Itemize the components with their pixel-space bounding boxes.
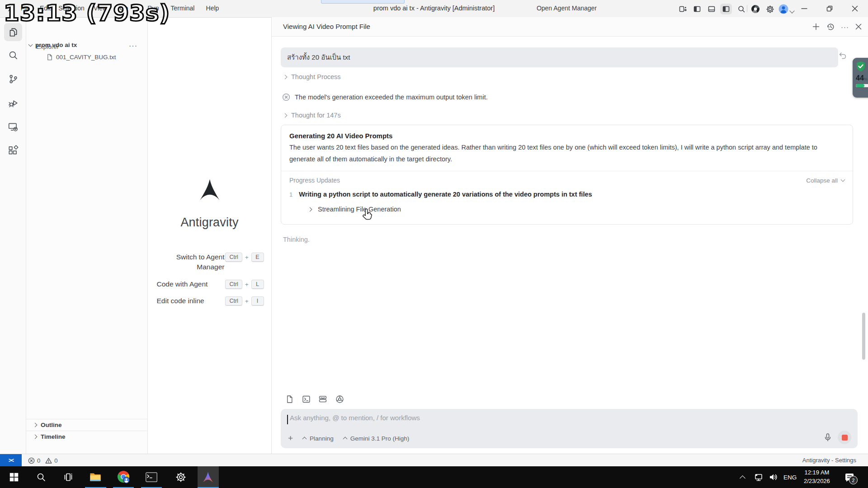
- tree-file-row[interactable]: 001_CAVITY_BUG.txt: [46, 54, 116, 61]
- chat-close-icon[interactable]: [853, 21, 864, 32]
- tree-folder-row[interactable]: prom vdo ai tx: [29, 42, 77, 48]
- error-message-text: The model's generation exceeded the maxi…: [295, 94, 488, 101]
- close-button[interactable]: [844, 0, 865, 17]
- top-center-popup-sliver: [321, 0, 405, 4]
- chevron-up-icon: [740, 475, 745, 481]
- browser-icon[interactable]: [750, 4, 761, 14]
- browser-preview-icon[interactable]: [334, 393, 345, 405]
- taskbar-search-icon[interactable]: [37, 473, 46, 482]
- file-icon: [46, 54, 53, 61]
- stop-generation-button[interactable]: [838, 431, 851, 444]
- outline-section[interactable]: Outline: [26, 419, 147, 431]
- explorer-more-actions-icon[interactable]: ···: [129, 42, 137, 50]
- antigravity-logo: [198, 176, 222, 204]
- add-context-icon[interactable]: +: [288, 433, 293, 443]
- clock-tray[interactable]: 12:19 AM 2/23/2026: [804, 466, 830, 488]
- new-chat-icon[interactable]: [811, 21, 821, 32]
- substep-row[interactable]: Streamlining File Generation: [308, 206, 844, 213]
- minimize-button[interactable]: [794, 0, 815, 17]
- menu-help[interactable]: Help: [206, 5, 219, 12]
- card-divider: [281, 171, 853, 171]
- chat-panel-title: Viewing AI Video Prompt File: [283, 23, 370, 30]
- collapse-all-button[interactable]: Collapse all: [806, 177, 844, 184]
- text-caret: [287, 415, 288, 424]
- thought-process-row[interactable]: Thought Process: [283, 73, 341, 80]
- customize-layout-icon[interactable]: [677, 4, 689, 14]
- chat-input[interactable]: [289, 413, 698, 422]
- toggle-secondary-sidebar-icon[interactable]: [720, 4, 732, 14]
- progress-updates-label: Progress Updates: [289, 177, 340, 184]
- mode-label: Planning: [310, 435, 334, 442]
- search-sidebar-icon[interactable]: [4, 46, 22, 64]
- plus-sign: +: [245, 298, 249, 305]
- account-chevron-down-icon[interactable]: [790, 7, 794, 14]
- chat-more-actions-icon[interactable]: ···: [840, 21, 850, 32]
- model-selector[interactable]: Gemini 3.1 Pro (High): [344, 435, 410, 442]
- language-indicator[interactable]: ENG: [783, 466, 797, 488]
- chat-input-box[interactable]: + Planning Gemini 3.1 Pro (High): [281, 409, 858, 448]
- open-agent-manager-button[interactable]: Open Agent Manager: [537, 5, 597, 12]
- search-icon[interactable]: [736, 4, 747, 14]
- antigravity-taskbar-icon[interactable]: [202, 471, 214, 483]
- command-prompt-icon[interactable]: [146, 472, 157, 482]
- settings-gear-icon[interactable]: [764, 4, 776, 14]
- account-avatar[interactable]: [778, 4, 789, 14]
- antigravity-window: File Edit Selection View Go Run Terminal…: [0, 0, 868, 488]
- shortcut-code-with-agent: Code with Agent Ctrl + L: [157, 279, 264, 289]
- notification-center[interactable]: 2: [844, 466, 854, 488]
- toggle-panel-icon[interactable]: [706, 4, 717, 14]
- shield-check-icon: [856, 61, 866, 72]
- plan-body: The user wants 20 text files based on th…: [289, 141, 844, 165]
- key-ctrl: Ctrl: [225, 253, 242, 262]
- extensions-icon[interactable]: [4, 141, 22, 160]
- shortcut-list: Switch to Agent Manager Ctrl + E Code wi…: [157, 252, 264, 306]
- window-title: prom vdo ai tx - Antigravity [Administra…: [373, 5, 495, 12]
- thought-duration-label: Thought for 147s: [291, 112, 341, 119]
- network-icon[interactable]: [754, 466, 764, 488]
- key-e: E: [251, 253, 264, 262]
- menu-terminal[interactable]: Terminal: [171, 5, 195, 12]
- timeline-label: Timeline: [41, 433, 66, 440]
- file-explorer-icon[interactable]: [90, 473, 101, 482]
- plan-title: Generating 20 AI Video Prompts: [289, 132, 844, 140]
- thinking-status: Thinking.: [283, 236, 310, 243]
- mode-selector[interactable]: Planning: [303, 435, 334, 442]
- collapse-all-label: Collapse all: [806, 177, 838, 184]
- source-control-icon[interactable]: [4, 70, 22, 88]
- chevron-up-icon: [302, 437, 307, 441]
- terminal-icon[interactable]: [300, 393, 312, 405]
- shortcut-label: Code with Agent: [157, 279, 208, 289]
- start-button[interactable]: [10, 473, 19, 482]
- attach-file-icon[interactable]: [283, 393, 295, 405]
- errors-icon: [28, 457, 35, 464]
- key-ctrl: Ctrl: [225, 296, 242, 306]
- remote-explorer-icon[interactable]: [4, 118, 22, 136]
- timeline-section[interactable]: Timeline: [26, 431, 147, 442]
- key-i: I: [251, 296, 264, 306]
- undo-icon[interactable]: [838, 51, 847, 60]
- user-message-text: สร้างทั้ง 20 อันเป็น txt: [287, 52, 350, 63]
- microphone-icon[interactable]: [823, 433, 832, 442]
- remote-indicator[interactable]: ><: [0, 454, 22, 467]
- editor-area: Antigravity Switch to Agent Manager Ctrl…: [148, 18, 271, 454]
- widget-progress-bar: [856, 84, 868, 87]
- task-view-icon[interactable]: [64, 473, 73, 482]
- knowledge-stack-icon[interactable]: [317, 393, 329, 405]
- chrome-icon[interactable]: [117, 470, 130, 484]
- antivirus-overlay-widget[interactable]: 44%: [853, 58, 868, 98]
- volume-icon[interactable]: [769, 466, 778, 488]
- chevron-right-icon: [308, 207, 312, 211]
- thought-duration-row[interactable]: Thought for 147s: [283, 112, 341, 119]
- titlebar-divider: [747, 5, 747, 12]
- taskbar-settings-icon[interactable]: [176, 472, 186, 483]
- statusbar-settings-item[interactable]: Antigravity - Settings: [802, 457, 856, 464]
- shortcut-label: Edit code inline: [157, 296, 204, 306]
- chevron-right-icon: [283, 75, 288, 79]
- history-icon[interactable]: [825, 21, 836, 32]
- problems-indicator[interactable]: 0 0: [28, 454, 57, 467]
- restore-button[interactable]: [819, 0, 840, 17]
- chat-scrollbar[interactable]: [862, 313, 865, 360]
- toggle-primary-sidebar-icon[interactable]: [691, 4, 703, 14]
- run-debug-icon[interactable]: [4, 94, 22, 112]
- tray-show-hidden-icons[interactable]: [741, 466, 745, 488]
